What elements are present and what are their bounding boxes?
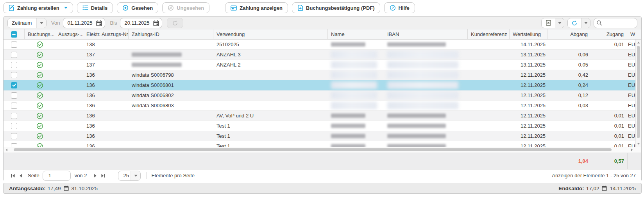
cell-zugang: 0,01 [591,40,627,49]
row-checkbox[interactable] [11,103,17,109]
table-row[interactable]: 136 windata S0006802 12.11.2025 0,12 EUR [4,90,636,101]
cell-kundenreferenz [468,90,510,100]
col-header-abgang[interactable]: Abgang [547,29,591,39]
cell-elektr-auszugs-nr: 136 [83,121,129,131]
cell-auszugs [55,90,83,100]
chevron-down-icon[interactable] [36,18,46,28]
scroll-right-icon[interactable] [630,147,634,153]
next-page-icon[interactable] [91,172,99,180]
calendar-icon[interactable] [96,20,102,26]
chevron-down-icon[interactable] [64,7,68,9]
cell-name [328,80,384,90]
period-select[interactable]: Zeitraum [7,18,47,28]
vertical-scrollbar-thumb[interactable] [637,46,640,138]
scroll-down-icon[interactable] [636,141,641,146]
col-header-verwendung[interactable]: Verwendung [213,29,328,39]
chevron-down-icon[interactable] [131,171,140,180]
cell-kundenreferenz [468,80,510,90]
to-date-field[interactable] [120,18,162,28]
cell-verwendung: Test 1 [213,131,328,141]
cell-elektr-auszugs-nr: 136 [83,90,129,100]
status-ok-icon [36,51,43,58]
row-checkbox[interactable] [11,113,17,119]
cell-abgang [547,131,591,141]
col-header-wertstellung[interactable]: Wertstellung [510,29,547,39]
from-date-field[interactable] [63,18,105,28]
create-payment-button[interactable]: Zahlung erstellen [3,2,73,13]
row-checkbox[interactable] [11,52,17,58]
col-header-iban[interactable]: IBAN [384,29,468,39]
col-header-zugang[interactable]: Zugang [591,29,627,39]
cell-name [328,60,384,70]
horizontal-scrollbar[interactable] [4,147,641,153]
cell-select [4,111,25,121]
row-checkbox[interactable] [11,92,17,99]
redacted-area [331,102,377,109]
document-pen-icon [9,5,14,11]
table-row[interactable]: 136 Test 1 12.11.2025 0,01 EUR [4,131,636,141]
table-row[interactable]: 136 Test 1 12.11.2025 0,01 EUR [4,121,636,131]
last-page-icon[interactable] [99,172,107,180]
show-payment-button[interactable]: Zahlung anzeigen [225,2,288,13]
seen-button[interactable]: Gesehen [117,2,158,13]
cell-verwendung [213,80,328,90]
calendar-icon[interactable] [153,20,159,26]
cell-elektr-auszugs-nr: 136 [83,101,129,110]
table-row[interactable]: 136 windata S0006803 12.11.2025 0,03 EUR [4,101,636,111]
excel-export-button[interactable] [542,18,555,28]
cell-wertstellung: 12.11.2025 [510,131,547,141]
apply-period-button[interactable] [167,18,183,28]
details-button[interactable]: Details [77,2,113,13]
scroll-up-icon[interactable] [636,40,641,45]
table-row[interactable]: 136 Test 1 12.11.2025 0,01 EUR [4,141,636,147]
scroll-left-icon[interactable] [4,147,9,153]
from-date-input[interactable] [63,20,96,26]
first-page-icon[interactable] [9,172,17,180]
opening-balance-date: 31.10.2025 [72,186,98,191]
cell-buchungs-status [25,50,55,59]
booking-confirmation-pdf-button[interactable]: Buchungsbestätigung (PDF) [292,2,380,13]
vertical-scrollbar[interactable] [635,40,641,147]
col-header-auszugs[interactable]: Auszugs-... [55,29,83,39]
table-header: Buchungs... Auszugs-... Elektr. Auszugs-… [4,29,641,40]
row-checkbox[interactable] [11,82,17,88]
horizontal-scrollbar-thumb[interactable] [14,148,612,151]
cell-iban [384,70,468,80]
to-date-input[interactable] [120,20,153,26]
row-checkbox[interactable] [11,133,17,139]
status-bar: Anfangssaldo: 17,49 31.10.2025 Endsaldo:… [3,183,642,194]
unseen-button[interactable]: Ungesehen [162,2,209,13]
col-header-name[interactable]: Name [328,29,384,39]
chevron-down-icon[interactable] [555,18,564,28]
help-button[interactable]: ? Hilfe [384,2,415,13]
status-ok-icon [36,102,43,109]
row-checkbox[interactable] [11,41,17,48]
redacted-text [331,42,365,47]
row-checkbox[interactable] [11,72,17,78]
search-field[interactable] [594,18,637,28]
table-row[interactable]: 136 AV, VoP und 2 U 12.11.2025 0,01 EUR [4,111,636,121]
table-row[interactable]: 136 windata S0006798 12.11.2025 0,42 EUR [4,70,636,80]
col-header-buchungs[interactable]: Buchungs... [25,29,55,39]
table-row[interactable]: 136 windata S0006801 12.11.2025 0,24 EUR [4,80,636,90]
row-checkbox[interactable] [11,62,17,68]
col-header-elektr-auszugs-nr[interactable]: Elektr. Auszugs-Nr. [83,29,129,39]
row-checkbox[interactable] [11,123,17,129]
refresh-button[interactable] [568,18,581,28]
table-row[interactable]: 137 ANZAHL 2 13.11.2025 0,05 EUR [4,60,636,70]
page-size-select[interactable]: 25 [118,171,141,181]
page-number-input[interactable] [43,171,71,181]
cell-zahlungs-id: windata S0006802 [129,90,213,100]
table-row[interactable]: 137 ANZAHL 3 13.11.2025 0,06 EUR [4,50,636,60]
cell-name [328,50,384,59]
chevron-down-icon[interactable] [581,18,590,28]
table-row[interactable]: 138 25102025 14.11.2025 0,01 EUR [4,40,636,50]
cell-wertstellung: 12.11.2025 [510,121,547,131]
previous-page-icon[interactable] [17,172,25,180]
row-checkbox[interactable] [11,143,17,147]
col-header-kundenreferenz[interactable]: Kundenreferenz [468,29,510,39]
col-header-waehrung[interactable]: W [627,29,641,39]
col-header-zahlungs-id[interactable]: Zahlungs-ID [129,29,213,39]
select-all-checkbox[interactable] [11,31,17,38]
search-input[interactable] [604,20,637,26]
